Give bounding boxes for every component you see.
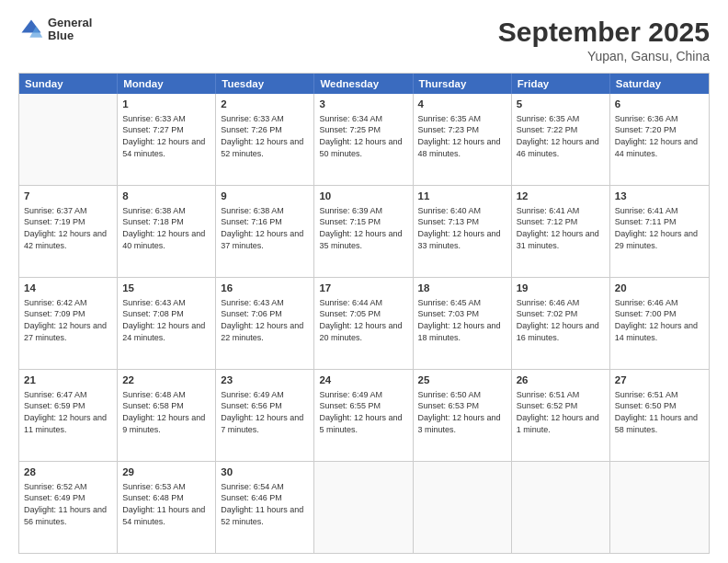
cell-info: Sunrise: 6:35 AM Sunset: 7:23 PM Dayligh… (418, 113, 506, 159)
cal-cell-w1-d5: 4Sunrise: 6:35 AM Sunset: 7:23 PM Daylig… (414, 94, 512, 185)
calendar: Sunday Monday Tuesday Wednesday Thursday… (18, 73, 710, 554)
cal-cell-w3-d7: 20Sunrise: 6:46 AM Sunset: 7:00 PM Dayli… (610, 278, 709, 369)
cal-cell-w3-d4: 17Sunrise: 6:44 AM Sunset: 7:05 PM Dayli… (314, 278, 413, 369)
cell-info: Sunrise: 6:50 AM Sunset: 6:53 PM Dayligh… (418, 389, 506, 435)
cell-info: Sunrise: 6:49 AM Sunset: 6:55 PM Dayligh… (319, 389, 407, 435)
day-number: 18 (418, 282, 506, 296)
calendar-body: 1Sunrise: 6:33 AM Sunset: 7:27 PM Daylig… (19, 94, 709, 553)
logo-line2: Blue (48, 29, 92, 42)
header-sunday: Sunday (19, 74, 118, 94)
cal-cell-w4-d5: 25Sunrise: 6:50 AM Sunset: 6:53 PM Dayli… (414, 370, 512, 461)
header-wednesday: Wednesday (314, 74, 413, 94)
logo-icon (18, 17, 44, 42)
cal-cell-w5-d1: 28Sunrise: 6:52 AM Sunset: 6:49 PM Dayli… (19, 462, 118, 553)
cal-cell-w5-d4 (314, 462, 413, 553)
cal-cell-w4-d1: 21Sunrise: 6:47 AM Sunset: 6:59 PM Dayli… (19, 370, 118, 461)
day-number: 25 (418, 373, 506, 388)
header-tuesday: Tuesday (216, 74, 314, 94)
cal-cell-w1-d7: 6Sunrise: 6:36 AM Sunset: 7:20 PM Daylig… (610, 94, 709, 185)
cal-cell-w2-d3: 9Sunrise: 6:38 AM Sunset: 7:16 PM Daylig… (216, 186, 314, 277)
cal-cell-w4-d4: 24Sunrise: 6:49 AM Sunset: 6:55 PM Dayli… (314, 370, 413, 461)
cal-cell-w4-d3: 23Sunrise: 6:49 AM Sunset: 6:56 PM Dayli… (216, 370, 314, 461)
title-location: Yupan, Gansu, China (498, 49, 710, 63)
cal-cell-w2-d6: 12Sunrise: 6:41 AM Sunset: 7:12 PM Dayli… (512, 186, 610, 277)
day-number: 27 (615, 373, 704, 388)
header-saturday: Saturday (610, 74, 709, 94)
day-number: 30 (221, 465, 309, 480)
cal-cell-w1-d6: 5Sunrise: 6:35 AM Sunset: 7:22 PM Daylig… (512, 94, 610, 185)
cal-cell-w3-d3: 16Sunrise: 6:43 AM Sunset: 7:06 PM Dayli… (216, 278, 314, 369)
day-number: 6 (615, 98, 704, 112)
cell-info: Sunrise: 6:39 AM Sunset: 7:15 PM Dayligh… (319, 205, 407, 251)
cal-cell-w1-d3: 2Sunrise: 6:33 AM Sunset: 7:26 PM Daylig… (216, 94, 314, 185)
day-number: 12 (517, 190, 605, 204)
day-number: 28 (24, 465, 112, 480)
cal-cell-w3-d6: 19Sunrise: 6:46 AM Sunset: 7:02 PM Dayli… (512, 278, 610, 369)
week-row-1: 1Sunrise: 6:33 AM Sunset: 7:27 PM Daylig… (19, 94, 709, 185)
cell-info: Sunrise: 6:42 AM Sunset: 7:09 PM Dayligh… (24, 297, 112, 343)
header-monday: Monday (118, 74, 216, 94)
cal-cell-w2-d1: 7Sunrise: 6:37 AM Sunset: 7:19 PM Daylig… (19, 186, 118, 277)
cell-info: Sunrise: 6:37 AM Sunset: 7:19 PM Dayligh… (24, 205, 112, 251)
week-row-5: 28Sunrise: 6:52 AM Sunset: 6:49 PM Dayli… (19, 461, 709, 553)
day-number: 24 (319, 373, 407, 388)
week-row-3: 14Sunrise: 6:42 AM Sunset: 7:09 PM Dayli… (19, 277, 709, 369)
cal-cell-w4-d6: 26Sunrise: 6:51 AM Sunset: 6:52 PM Dayli… (512, 370, 610, 461)
cell-info: Sunrise: 6:45 AM Sunset: 7:03 PM Dayligh… (418, 297, 506, 343)
cal-cell-w2-d4: 10Sunrise: 6:39 AM Sunset: 7:15 PM Dayli… (314, 186, 413, 277)
cal-cell-w3-d2: 15Sunrise: 6:43 AM Sunset: 7:08 PM Dayli… (118, 278, 216, 369)
day-number: 23 (221, 373, 309, 388)
cal-cell-w5-d2: 29Sunrise: 6:53 AM Sunset: 6:48 PM Dayli… (118, 462, 216, 553)
cell-info: Sunrise: 6:48 AM Sunset: 6:58 PM Dayligh… (122, 389, 210, 435)
cell-info: Sunrise: 6:54 AM Sunset: 6:46 PM Dayligh… (221, 481, 309, 527)
day-number: 29 (122, 465, 210, 480)
cal-cell-w3-d5: 18Sunrise: 6:45 AM Sunset: 7:03 PM Dayli… (414, 278, 512, 369)
cell-info: Sunrise: 6:43 AM Sunset: 7:06 PM Dayligh… (221, 297, 309, 343)
day-number: 14 (24, 282, 112, 296)
cal-cell-w1-d4: 3Sunrise: 6:34 AM Sunset: 7:25 PM Daylig… (314, 94, 413, 185)
cal-cell-w4-d7: 27Sunrise: 6:51 AM Sunset: 6:50 PM Dayli… (610, 370, 709, 461)
day-number: 8 (122, 190, 210, 204)
header: General Blue September 2025 Yupan, Gansu… (18, 17, 710, 63)
cell-info: Sunrise: 6:46 AM Sunset: 7:02 PM Dayligh… (517, 297, 605, 343)
cell-info: Sunrise: 6:43 AM Sunset: 7:08 PM Dayligh… (122, 297, 210, 343)
day-number: 5 (517, 98, 605, 112)
cal-cell-w2-d5: 11Sunrise: 6:40 AM Sunset: 7:13 PM Dayli… (414, 186, 512, 277)
cell-info: Sunrise: 6:49 AM Sunset: 6:56 PM Dayligh… (221, 389, 309, 435)
cell-info: Sunrise: 6:41 AM Sunset: 7:11 PM Dayligh… (615, 205, 704, 251)
cal-cell-w4-d2: 22Sunrise: 6:48 AM Sunset: 6:58 PM Dayli… (118, 370, 216, 461)
cal-cell-w2-d2: 8Sunrise: 6:38 AM Sunset: 7:18 PM Daylig… (118, 186, 216, 277)
cell-info: Sunrise: 6:51 AM Sunset: 6:50 PM Dayligh… (615, 389, 704, 435)
cal-cell-w5-d3: 30Sunrise: 6:54 AM Sunset: 6:46 PM Dayli… (216, 462, 314, 553)
cell-info: Sunrise: 6:38 AM Sunset: 7:16 PM Dayligh… (221, 205, 309, 251)
cell-info: Sunrise: 6:36 AM Sunset: 7:20 PM Dayligh… (615, 113, 704, 159)
calendar-header: Sunday Monday Tuesday Wednesday Thursday… (19, 74, 709, 94)
cell-info: Sunrise: 6:33 AM Sunset: 7:27 PM Dayligh… (122, 113, 210, 159)
day-number: 1 (122, 98, 210, 112)
cal-cell-w5-d7 (610, 462, 709, 553)
cell-info: Sunrise: 6:38 AM Sunset: 7:18 PM Dayligh… (122, 205, 210, 251)
page: General Blue September 2025 Yupan, Gansu… (0, 0, 728, 563)
day-number: 20 (615, 282, 704, 296)
logo-line1: General (48, 17, 92, 29)
day-number: 13 (615, 190, 704, 204)
title-block: September 2025 Yupan, Gansu, China (498, 17, 710, 63)
cell-info: Sunrise: 6:44 AM Sunset: 7:05 PM Dayligh… (319, 297, 407, 343)
logo-text: General Blue (48, 17, 92, 43)
cell-info: Sunrise: 6:34 AM Sunset: 7:25 PM Dayligh… (319, 113, 407, 159)
cell-info: Sunrise: 6:41 AM Sunset: 7:12 PM Dayligh… (517, 205, 605, 251)
day-number: 4 (418, 98, 506, 112)
day-number: 10 (319, 190, 407, 204)
cell-info: Sunrise: 6:40 AM Sunset: 7:13 PM Dayligh… (418, 205, 506, 251)
cell-info: Sunrise: 6:46 AM Sunset: 7:00 PM Dayligh… (615, 297, 704, 343)
cal-cell-w5-d5 (414, 462, 512, 553)
cal-cell-w1-d1 (19, 94, 118, 185)
day-number: 15 (122, 282, 210, 296)
cell-info: Sunrise: 6:47 AM Sunset: 6:59 PM Dayligh… (24, 389, 112, 435)
week-row-4: 21Sunrise: 6:47 AM Sunset: 6:59 PM Dayli… (19, 369, 709, 461)
day-number: 2 (221, 98, 309, 112)
day-number: 17 (319, 282, 407, 296)
cell-info: Sunrise: 6:33 AM Sunset: 7:26 PM Dayligh… (221, 113, 309, 159)
logo: General Blue (18, 17, 92, 43)
day-number: 3 (319, 98, 407, 112)
